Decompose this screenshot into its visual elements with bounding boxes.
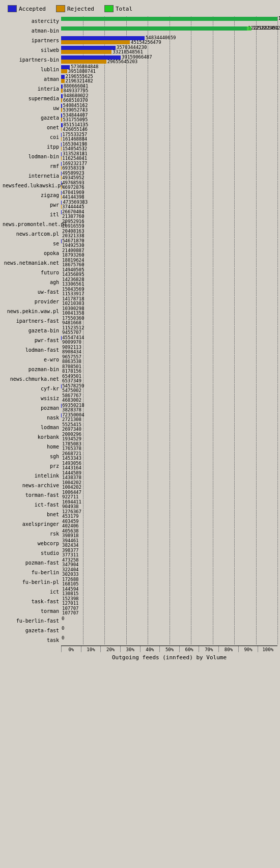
x-axis-label: Outgoing feeds (innfeed) by Volume <box>61 654 277 661</box>
row-label: pozman-fast <box>3 560 61 566</box>
table-row: e-wro96575578863538 <box>3 355 277 364</box>
bar-section: 693502183828378 <box>61 403 277 412</box>
row-label: futuro <box>3 270 61 275</box>
bar-section: 65495016537349 <box>61 374 277 383</box>
bar-rejected-value: 5475002 <box>61 388 81 393</box>
row-label: interia <box>3 86 61 92</box>
row-label: coi <box>3 134 61 140</box>
row-label: atman <box>3 76 61 82</box>
legend-accepted: Accepted <box>8 5 46 12</box>
bar-rejected-value: 904938 <box>61 505 79 509</box>
bar-section: 5467187019492530 <box>61 239 277 248</box>
bar-section: 1276367453179 <box>61 510 277 519</box>
table-row: atman-bin12221881451125222509246 <box>3 26 277 35</box>
bar-rejected-value: 426055146 <box>62 127 88 132</box>
table-row: studio398377377311 <box>3 548 277 557</box>
bar-rejected-value: 8178156 <box>61 369 81 374</box>
bar-section: 14930561443164 <box>61 461 277 470</box>
bar-section: 0 <box>61 635 277 645</box>
bar-rejected-value: 8908434 <box>61 350 81 354</box>
bar-section: 2667040421387760 <box>61 210 277 219</box>
bar-rejected-value: 154054532 <box>61 147 87 151</box>
table-row: internetia4958992349345952 <box>3 171 277 180</box>
bar-rejected-value: 2697340 <box>61 427 81 432</box>
bar-section: 144594130815 <box>61 587 277 596</box>
x-tick: 90% <box>238 646 258 652</box>
bar-rejected-value: 539052743 <box>62 108 88 113</box>
legend-rejected: Rejected <box>56 5 94 12</box>
bar-rejected-value: 21387760 <box>61 214 84 219</box>
bar-section: 1694411904938 <box>61 500 277 509</box>
row-label: pozman-bin <box>3 367 61 372</box>
bar-rejected-value: 347904 <box>61 563 79 567</box>
bar-rejected-value: 37444445 <box>61 205 84 209</box>
bar-rejected-value: 116254041 <box>61 156 87 161</box>
bar-total-value: 142097950803 <box>277 16 280 21</box>
bar-section: 1504356911533917 <box>61 287 277 296</box>
row-label: lodman <box>3 425 61 430</box>
legend-total-box <box>104 5 114 12</box>
bar-section: 4704196944144398 <box>61 190 277 200</box>
table-row: prz14930561443164 <box>3 461 277 470</box>
bar-rejected-value: 69358319 <box>61 166 84 171</box>
x-tick: 40% <box>140 646 160 652</box>
row-label: zigzag <box>3 192 61 198</box>
bar-section: 1881962418675760 <box>61 258 277 267</box>
bar-rejected-value: 168105 <box>61 582 79 586</box>
row-label: bnet <box>3 512 61 517</box>
row-label: atman-bin <box>3 28 61 34</box>
table-row: wsisiz58677674683002 <box>3 394 277 403</box>
bar-rejected-value: 402406 <box>61 524 79 528</box>
table-row: fu-berlin322404302033 <box>3 568 277 577</box>
bar-rejected-value: 130815 <box>61 592 79 596</box>
table-row: atman21965556252196321482 <box>3 74 277 83</box>
bar-section: 405638398918 <box>61 529 277 538</box>
table-row: intelink14445891438378 <box>3 471 277 480</box>
bar-rejected-value: 19492530 <box>61 243 84 248</box>
row-label: webcorp <box>3 541 61 546</box>
row-label: korbank <box>3 434 61 440</box>
bar-section: 55254152697340 <box>61 423 277 432</box>
bar-section: 172688168105 <box>61 577 277 586</box>
bar-section: 540845162539052743 <box>61 103 277 113</box>
bar-rejected-value: 161468884 <box>61 137 87 142</box>
bar-rejected-value: 127011 <box>61 601 79 606</box>
bar-rejected-value: 29655645203 <box>106 60 138 64</box>
bar-rejected-value: 531755095 <box>62 118 88 122</box>
table-row: interia880666041849337795 <box>3 84 277 93</box>
row-label: astercity <box>3 18 61 24</box>
row-label: se <box>3 241 61 246</box>
table-row: gazeta534844407531755095 <box>3 113 277 122</box>
table-row: ipartners5483444065945154256479 <box>3 36 277 45</box>
chart-container: Accepted Rejected Total astercity1421737… <box>0 0 280 666</box>
table-row: task0 <box>3 635 277 645</box>
row-label: home <box>3 444 61 450</box>
bar-section: 2095291620916559 <box>61 219 277 229</box>
x-tick: 30% <box>120 646 140 652</box>
bar-rejected-value: 1004202 <box>61 485 81 490</box>
bar-rejected-value: 14356895 <box>61 272 84 277</box>
bar-section: 1006447922711 <box>61 490 277 499</box>
table-row: coi175533257161468884 <box>3 132 277 142</box>
bar-rejected-value: 1765378 <box>61 446 81 451</box>
table-row: ipartners-fast175503609481668 <box>3 316 277 325</box>
table-row: axelspringer403459402406 <box>3 519 277 528</box>
table-row: rmf16923217769358319 <box>3 161 277 171</box>
table-row: pozman-bin87085018178156 <box>3 365 277 374</box>
legend-rejected-label: Rejected <box>67 6 94 12</box>
bar-rejected-value: 1443164 <box>61 466 81 470</box>
bar-section: 455474149009970 <box>61 335 277 345</box>
x-tick: 100% <box>258 646 277 652</box>
row-label: lublin <box>3 67 61 72</box>
row-label: ipartners <box>3 38 61 43</box>
bar-section: 14445891438378 <box>61 471 277 480</box>
bar-section: 398377377311 <box>61 548 277 557</box>
bar-rejected-value: 1453343 <box>61 456 81 461</box>
bar-rejected-value: 382434 <box>61 543 79 548</box>
row-label: gazeta-fast <box>3 628 61 633</box>
row-label: uw <box>3 105 61 111</box>
bar-section: 5483444065945154256479 <box>61 36 277 45</box>
bar-section: 20002961934529 <box>61 432 277 441</box>
table-row: pozman-fast473258347904 <box>3 558 277 567</box>
bar-section: 17850831765378 <box>61 442 277 451</box>
